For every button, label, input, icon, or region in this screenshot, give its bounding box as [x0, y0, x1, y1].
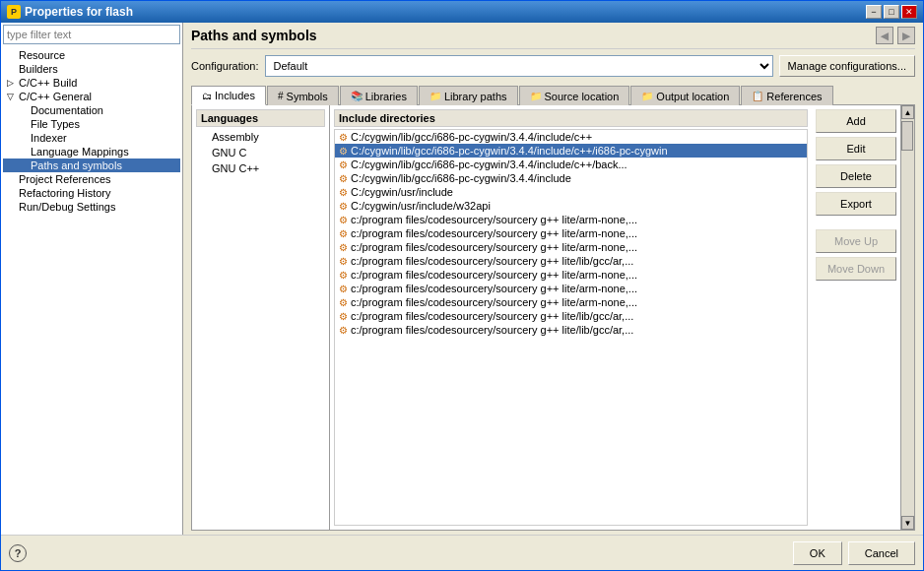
add-button[interactable]: Add: [816, 109, 896, 133]
config-label: Configuration:: [191, 60, 259, 72]
sidebar-item-file-types[interactable]: File Types: [3, 117, 180, 131]
maximize-button[interactable]: □: [884, 5, 899, 19]
help-button[interactable]: ?: [9, 544, 27, 562]
dir-item-10[interactable]: ⚙ c:/program files/codesourcery/sourcery…: [335, 268, 807, 282]
lang-item-assembly[interactable]: Assembly: [196, 129, 325, 145]
sidebar-item-project-references[interactable]: Project References: [3, 172, 180, 186]
sidebar: Resource Builders ▷ C/C++ Build ▽ C/C++ …: [1, 23, 183, 535]
sidebar-item-paths-symbols[interactable]: Paths and symbols: [3, 159, 180, 172]
delete-button[interactable]: Delete: [816, 164, 896, 188]
dir-icon: ⚙: [339, 215, 348, 225]
title-bar: P Properties for flash − □ ✕: [1, 1, 923, 23]
dir-icon: ⚙: [339, 325, 348, 336]
dir-icon: ⚙: [339, 187, 348, 198]
scroll-thumb[interactable]: [901, 121, 913, 151]
dir-item-14[interactable]: ⚙ c:/program files/codesourcery/sourcery…: [335, 323, 807, 337]
dir-item-11[interactable]: ⚙ c:/program files/codesourcery/sourcery…: [335, 282, 807, 295]
symbols-tab-icon: #: [278, 91, 284, 101]
sidebar-item-resource[interactable]: Resource: [3, 48, 180, 62]
ok-button[interactable]: OK: [793, 541, 842, 565]
minimize-button[interactable]: −: [866, 5, 882, 19]
expand-icon: ▽: [7, 92, 17, 101]
tab-library-paths[interactable]: 📁 Library paths: [419, 86, 518, 105]
config-row: Configuration: Default Manage configurat…: [191, 55, 915, 77]
tab-symbols[interactable]: # Symbols: [267, 86, 339, 105]
tab-content: Languages Assembly GNU C GNU C++ Include…: [191, 105, 915, 531]
title-buttons: − □ ✕: [866, 5, 917, 19]
scroll-up-arrow[interactable]: ▲: [901, 105, 914, 119]
sidebar-item-language-mappings[interactable]: Language Mappings: [3, 145, 180, 159]
title-bar-left: P Properties for flash: [7, 5, 133, 19]
tab-references[interactable]: 📋 References: [741, 86, 832, 105]
dir-item-4[interactable]: ⚙ C:/cygwin/usr/include: [335, 185, 807, 199]
directories-header: Include directories: [334, 109, 808, 127]
tab-libraries[interactable]: 📚 Libraries: [340, 86, 418, 105]
dir-icon: ⚙: [339, 132, 348, 143]
tab-source-location[interactable]: 📁 Source location: [519, 86, 630, 105]
dir-icon: ⚙: [339, 228, 348, 239]
move-down-button[interactable]: Move Down: [816, 257, 896, 281]
references-tab-icon: 📋: [752, 91, 763, 101]
dir-icon: ⚙: [339, 270, 348, 281]
scrollbar[interactable]: ▲ ▼: [900, 105, 914, 530]
dir-item-5[interactable]: ⚙ C:/cygwin/usr/include/w32api: [335, 199, 807, 213]
back-arrow[interactable]: ◀: [876, 27, 893, 44]
dir-item-2[interactable]: ⚙ C:/cygwin/lib/gcc/i686-pc-cygwin/3.4.4…: [335, 158, 807, 171]
dir-item-13[interactable]: ⚙ c:/program files/codesourcery/sourcery…: [335, 309, 807, 323]
languages-header: Languages: [196, 109, 325, 127]
dir-item-9[interactable]: ⚙ c:/program files/codesourcery/sourcery…: [335, 254, 807, 268]
sidebar-item-run-debug[interactable]: Run/Debug Settings: [3, 200, 180, 214]
lang-item-gnu-c[interactable]: GNU C: [196, 145, 325, 160]
tab-bar: 🗂 Includes # Symbols 📚 Libraries 📁 Libra…: [191, 85, 915, 105]
scroll-down-arrow[interactable]: ▼: [901, 516, 914, 530]
main-panel: Paths and symbols ◀ ▶ Configuration: Def…: [183, 23, 923, 535]
panel-title-bar: Paths and symbols ◀ ▶: [191, 27, 915, 49]
main-window: P Properties for flash − □ ✕ Resource Bu…: [0, 0, 924, 571]
sidebar-item-documentation[interactable]: Documentation: [3, 103, 180, 117]
dir-icon: ⚙: [339, 173, 348, 184]
export-button[interactable]: Export: [816, 192, 896, 216]
dir-icon: ⚙: [339, 242, 348, 253]
sidebar-item-refactoring[interactable]: Refactoring History: [3, 186, 180, 200]
languages-panel: Languages Assembly GNU C GNU C++: [192, 105, 330, 530]
manage-configurations-button[interactable]: Manage configurations...: [779, 55, 915, 77]
dir-item-6[interactable]: ⚙ c:/program files/codesourcery/sourcery…: [335, 213, 807, 226]
nav-arrows: ◀ ▶: [876, 27, 915, 44]
directory-list: ⚙ C:/cygwin/lib/gcc/i686-pc-cygwin/3.4.4…: [334, 129, 808, 526]
panel-title: Paths and symbols: [191, 28, 317, 43]
sidebar-item-cpp-build[interactable]: ▷ C/C++ Build: [3, 76, 180, 90]
sidebar-item-builders[interactable]: Builders: [3, 62, 180, 76]
dir-item-3[interactable]: ⚙ C:/cygwin/lib/gcc/i686-pc-cygwin/3.4.4…: [335, 171, 807, 185]
dir-item-12[interactable]: ⚙ c:/program files/codesourcery/sourcery…: [335, 295, 807, 309]
dir-item-8[interactable]: ⚙ c:/program files/codesourcery/sourcery…: [335, 240, 807, 254]
libraries-tab-icon: 📚: [351, 91, 363, 101]
config-select[interactable]: Default: [265, 55, 773, 77]
forward-arrow[interactable]: ▶: [897, 27, 915, 44]
bottom-buttons: OK Cancel: [793, 541, 915, 565]
sidebar-item-cpp-general[interactable]: ▽ C/C++ General: [3, 90, 180, 103]
directories-panel: Include directories ⚙ C:/cygwin/lib/gcc/…: [330, 105, 812, 530]
move-up-button[interactable]: Move Up: [816, 229, 896, 253]
dir-icon: ⚙: [339, 159, 348, 170]
dir-item-0[interactable]: ⚙ C:/cygwin/lib/gcc/i686-pc-cygwin/3.4.4…: [335, 130, 807, 144]
edit-button[interactable]: Edit: [816, 137, 896, 160]
lang-item-gnu-cpp[interactable]: GNU C++: [196, 160, 325, 176]
filter-input[interactable]: [3, 25, 180, 44]
cancel-button[interactable]: Cancel: [848, 541, 915, 565]
dir-item-7[interactable]: ⚙ c:/program files/codesourcery/sourcery…: [335, 226, 807, 240]
tab-includes[interactable]: 🗂 Includes: [191, 86, 266, 105]
output-location-tab-icon: 📁: [641, 91, 653, 101]
sidebar-item-indexer[interactable]: Indexer: [3, 131, 180, 145]
dir-item-1[interactable]: ⚙ C:/cygwin/lib/gcc/i686-pc-cygwin/3.4.4…: [335, 144, 807, 158]
close-button[interactable]: ✕: [901, 5, 917, 19]
scroll-track[interactable]: [901, 119, 914, 516]
dir-icon: ⚙: [339, 201, 348, 212]
expand-icon: ▷: [7, 78, 17, 88]
content-area: Resource Builders ▷ C/C++ Build ▽ C/C++ …: [1, 23, 923, 535]
bottom-bar: ? OK Cancel: [1, 535, 923, 570]
tab-output-location[interactable]: 📁 Output location: [630, 86, 740, 105]
dir-icon: ⚙: [339, 284, 348, 294]
window-title: Properties for flash: [25, 5, 133, 19]
dir-icon: ⚙: [339, 256, 348, 267]
dir-icon: ⚙: [339, 297, 348, 308]
